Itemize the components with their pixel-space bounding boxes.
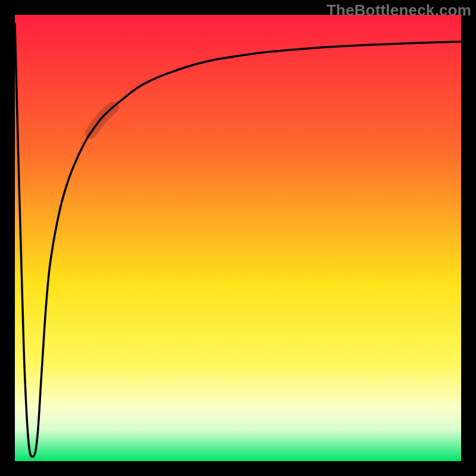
- chart-container: TheBottleneck.com: [0, 0, 476, 476]
- bottleneck-chart: [0, 0, 476, 476]
- chart-plot-area: [15, 15, 461, 461]
